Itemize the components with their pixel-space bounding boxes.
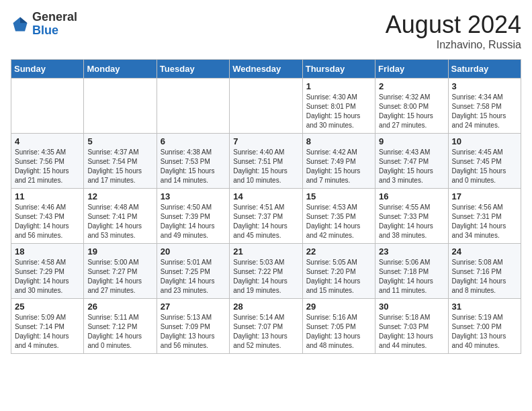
day-info: Sunrise: 5:01 AM Sunset: 7:25 PM Dayligh… [161,258,226,295]
day-number: 26 [87,302,152,312]
day-info: Sunrise: 5:18 AM Sunset: 7:03 PM Dayligh… [379,313,444,351]
calendar-table: Sunday Monday Tuesday Wednesday Thursday… [11,59,521,354]
table-row: 13Sunrise: 4:50 AM Sunset: 7:39 PM Dayli… [157,189,229,244]
day-info: Sunrise: 5:16 AM Sunset: 7:05 PM Dayligh… [306,313,371,351]
day-number: 17 [452,191,517,201]
day-info: Sunrise: 5:00 AM Sunset: 7:27 PM Dayligh… [87,258,152,295]
logo-blue-text: Blue [32,24,77,38]
day-info: Sunrise: 4:56 AM Sunset: 7:31 PM Dayligh… [452,203,517,240]
table-row: 19Sunrise: 5:00 AM Sunset: 7:27 PM Dayli… [84,244,157,299]
day-number: 25 [15,302,80,312]
day-info: Sunrise: 4:42 AM Sunset: 7:49 PM Dayligh… [306,148,371,185]
day-number: 1 [306,81,371,91]
day-info: Sunrise: 4:58 AM Sunset: 7:29 PM Dayligh… [15,258,80,295]
svg-marker-1 [20,17,28,23]
day-info: Sunrise: 5:05 AM Sunset: 7:20 PM Dayligh… [306,258,371,295]
day-number: 13 [161,191,226,201]
table-row: 23Sunrise: 5:06 AM Sunset: 7:18 PM Dayli… [375,244,448,299]
table-row: 17Sunrise: 4:56 AM Sunset: 7:31 PM Dayli… [448,189,521,244]
day-number: 5 [87,136,152,146]
calendar-week-row: 4Sunrise: 4:35 AM Sunset: 7:56 PM Daylig… [11,134,521,189]
day-number: 9 [379,136,444,146]
day-info: Sunrise: 5:08 AM Sunset: 7:16 PM Dayligh… [452,258,517,295]
day-info: Sunrise: 4:45 AM Sunset: 7:45 PM Dayligh… [452,148,517,185]
day-info: Sunrise: 4:38 AM Sunset: 7:53 PM Dayligh… [161,148,226,185]
day-info: Sunrise: 4:53 AM Sunset: 7:35 PM Dayligh… [306,203,371,240]
table-row: 8Sunrise: 4:42 AM Sunset: 7:49 PM Daylig… [302,134,375,189]
table-row: 31Sunrise: 5:19 AM Sunset: 7:00 PM Dayli… [448,299,521,354]
table-row: 3Sunrise: 4:34 AM Sunset: 7:58 PM Daylig… [448,79,521,134]
day-number: 10 [452,136,517,146]
table-row: 29Sunrise: 5:16 AM Sunset: 7:05 PM Dayli… [302,299,375,354]
table-row [157,79,229,134]
day-info: Sunrise: 5:13 AM Sunset: 7:09 PM Dayligh… [161,313,226,351]
calendar-week-row: 18Sunrise: 4:58 AM Sunset: 7:29 PM Dayli… [11,244,521,299]
day-number: 21 [233,246,298,257]
day-number: 15 [306,191,371,201]
day-info: Sunrise: 5:19 AM Sunset: 7:00 PM Dayligh… [452,313,517,351]
day-info: Sunrise: 4:37 AM Sunset: 7:54 PM Dayligh… [87,148,152,185]
table-row: 14Sunrise: 4:51 AM Sunset: 7:37 PM Dayli… [230,189,302,244]
day-info: Sunrise: 5:14 AM Sunset: 7:07 PM Dayligh… [233,313,298,351]
day-number: 16 [379,191,444,201]
day-info: Sunrise: 5:06 AM Sunset: 7:18 PM Dayligh… [379,258,444,295]
page-header: General Blue August 2024 Inzhavino, Russ… [11,11,521,51]
col-monday: Monday [84,60,157,79]
month-title: August 2024 [386,11,521,39]
calendar-week-row: 25Sunrise: 5:09 AM Sunset: 7:14 PM Dayli… [11,299,521,354]
col-saturday: Saturday [448,60,521,79]
day-number: 22 [306,246,371,257]
logo-text: General Blue [32,11,77,38]
table-row: 18Sunrise: 4:58 AM Sunset: 7:29 PM Dayli… [11,244,84,299]
day-number: 7 [233,136,298,146]
table-row [230,79,302,134]
table-row: 10Sunrise: 4:45 AM Sunset: 7:45 PM Dayli… [448,134,521,189]
table-row [11,79,84,134]
day-info: Sunrise: 4:51 AM Sunset: 7:37 PM Dayligh… [233,203,298,240]
day-info: Sunrise: 4:30 AM Sunset: 8:01 PM Dayligh… [306,93,371,130]
table-row: 9Sunrise: 4:43 AM Sunset: 7:47 PM Daylig… [375,134,448,189]
day-number: 31 [452,302,517,312]
table-row: 1Sunrise: 4:30 AM Sunset: 8:01 PM Daylig… [302,79,375,134]
day-info: Sunrise: 4:40 AM Sunset: 7:51 PM Dayligh… [233,148,298,185]
col-sunday: Sunday [11,60,84,79]
table-row: 25Sunrise: 5:09 AM Sunset: 7:14 PM Dayli… [11,299,84,354]
day-info: Sunrise: 4:43 AM Sunset: 7:47 PM Dayligh… [379,148,444,185]
calendar-week-row: 1Sunrise: 4:30 AM Sunset: 8:01 PM Daylig… [11,79,521,134]
day-number: 6 [161,136,226,146]
logo-icon [11,15,30,34]
location: Inzhavino, Russia [386,39,521,51]
header-row: Sunday Monday Tuesday Wednesday Thursday… [11,60,521,79]
col-thursday: Thursday [302,60,375,79]
table-row: 5Sunrise: 4:37 AM Sunset: 7:54 PM Daylig… [84,134,157,189]
table-row: 20Sunrise: 5:01 AM Sunset: 7:25 PM Dayli… [157,244,229,299]
day-number: 4 [15,136,80,146]
table-row: 22Sunrise: 5:05 AM Sunset: 7:20 PM Dayli… [302,244,375,299]
day-info: Sunrise: 5:03 AM Sunset: 7:22 PM Dayligh… [233,258,298,295]
col-friday: Friday [375,60,448,79]
table-row [84,79,157,134]
calendar-body: 1Sunrise: 4:30 AM Sunset: 8:01 PM Daylig… [11,79,521,354]
day-info: Sunrise: 4:32 AM Sunset: 8:00 PM Dayligh… [379,93,444,130]
day-number: 23 [379,246,444,257]
table-row: 30Sunrise: 5:18 AM Sunset: 7:03 PM Dayli… [375,299,448,354]
col-wednesday: Wednesday [230,60,302,79]
day-number: 20 [161,246,226,257]
day-info: Sunrise: 4:34 AM Sunset: 7:58 PM Dayligh… [452,93,517,130]
table-row: 28Sunrise: 5:14 AM Sunset: 7:07 PM Dayli… [230,299,302,354]
table-row: 16Sunrise: 4:55 AM Sunset: 7:33 PM Dayli… [375,189,448,244]
day-number: 8 [306,136,371,146]
table-row: 15Sunrise: 4:53 AM Sunset: 7:35 PM Dayli… [302,189,375,244]
day-number: 11 [15,191,80,201]
day-number: 18 [15,246,80,257]
day-number: 2 [379,81,444,91]
table-row: 11Sunrise: 4:46 AM Sunset: 7:43 PM Dayli… [11,189,84,244]
day-info: Sunrise: 4:46 AM Sunset: 7:43 PM Dayligh… [15,203,80,240]
day-number: 27 [161,302,226,312]
table-row: 4Sunrise: 4:35 AM Sunset: 7:56 PM Daylig… [11,134,84,189]
table-row: 7Sunrise: 4:40 AM Sunset: 7:51 PM Daylig… [230,134,302,189]
day-number: 12 [87,191,152,201]
table-row: 27Sunrise: 5:13 AM Sunset: 7:09 PM Dayli… [157,299,229,354]
day-info: Sunrise: 4:48 AM Sunset: 7:41 PM Dayligh… [87,203,152,240]
day-info: Sunrise: 4:35 AM Sunset: 7:56 PM Dayligh… [15,148,80,185]
